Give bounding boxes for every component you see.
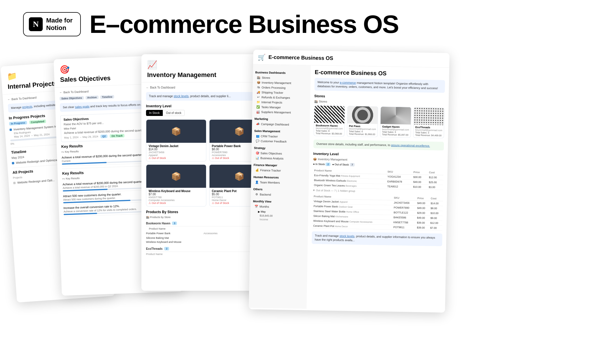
store-card-bookworm: Bookworm Haven beyonmail@gumroad.com Tot… — [314, 105, 345, 137]
store-rev-petpaws: Total Revenue: $1,866.00 — [349, 133, 376, 136]
cell-cost: $10.00 — [429, 211, 443, 216]
nav-strategy-title: Strategy — [254, 146, 307, 150]
store-img-eco — [414, 107, 444, 125]
main-title: E–commerce Business OS — [89, 12, 399, 37]
store-product-name-1: Portable Power Bank — [146, 232, 171, 235]
product-stock-3: ⚠ Out of Stock — [149, 202, 204, 204]
tab-sales-obj[interactable]: Sales Objectives — [59, 96, 84, 100]
completed-badge: Completed — [29, 119, 46, 124]
nav-sales-title: Sales Management — [254, 129, 307, 133]
panel4-icon: 🛒 — [258, 54, 265, 61]
col-sku: SKU — [386, 169, 412, 175]
nav-analysis[interactable]: 📊Business Analysis — [254, 155, 307, 161]
tab-out-of-stock[interactable]: Out of stock — [163, 110, 184, 116]
panel3-title: Inventory Management — [147, 71, 268, 79]
cell-cost: $7.00 — [429, 225, 443, 230]
inv-out-stock-table: Product Name SKU Price Cost Vintage Deni… — [312, 194, 443, 231]
nav-campaign[interactable]: 📣Campaign Dashboard — [254, 121, 307, 127]
tab-archive[interactable]: Archive — [85, 95, 98, 100]
cell-name: Ceramic Plant Pot Home Decor — [312, 223, 392, 230]
store-grid: Bookworm Haven beyonmail@gumroad.com Tot… — [314, 105, 445, 138]
store-ecothreads-count: 2 — [164, 247, 169, 250]
product-img-3: 📦 — [146, 165, 206, 188]
store-card-gadget: Gadget Haven beyonmail@gumroad.com Total… — [380, 106, 412, 138]
may-income: Income — [253, 217, 306, 222]
p4-page-title: E-commerce Business OS — [315, 69, 445, 78]
cell-cost: $14.00 — [429, 201, 443, 206]
inv-tabs: In Stock Out of stock — [146, 110, 270, 116]
nav-bd-title: Business Dashboards — [255, 71, 308, 75]
product-price-3: $7.00 — [149, 193, 204, 196]
nav-finance-title: Finance Manager — [254, 163, 307, 167]
store-img-petpaws — [347, 106, 378, 124]
header: N Made for Notion E–commerce Business OS — [0, 0, 591, 46]
panel3-info: Track and manage stock levels, product d… — [146, 92, 270, 101]
product-cat-3: Computer Accessories — [149, 199, 204, 202]
product-card-1: 📦 Vintage Denim Jacket $14.00 JACKET3456… — [146, 119, 206, 162]
cell-price: $29.00 — [416, 211, 429, 216]
store-rev-eco: Total Revenue: $4,469.00 — [415, 134, 442, 137]
store-product-cat-1: Accessories — [203, 232, 218, 235]
panel4-title: E-commerce Business OS — [268, 54, 333, 61]
cell-price: $49.00 — [416, 206, 430, 211]
panel3-back-link[interactable]: Back To Dashboard — [146, 86, 270, 89]
nav-hr-title: Human Resources — [253, 175, 306, 179]
made-for-notion-label: Made for Notion — [46, 17, 73, 32]
panel-ecommerce-os: 🛒 E-commerce Business OS Business Dashbo… — [249, 50, 450, 313]
cell-price: $49.00 — [416, 215, 429, 221]
notion-logo-icon: N — [29, 17, 43, 31]
cell-cost: $25.00 — [428, 180, 443, 185]
kr-progress-4 — [64, 213, 97, 215]
cell-sku: KMSET7788 — [392, 220, 416, 225]
nav-backend[interactable]: ⚙Backend — [253, 192, 306, 198]
inv-in-stock-table: Product Name SKU Price Cost Eco-Friendly… — [313, 168, 444, 190]
product-img-1: 📦 — [146, 120, 206, 143]
all-project-name: Website Redesign and Opti... — [17, 179, 55, 184]
inv-level-title: Inventory Level — [146, 104, 270, 108]
product-price-1: $14.00 — [149, 148, 204, 151]
cell-cost: $12.00 — [428, 175, 443, 180]
nav-team[interactable]: 👤Team Members — [253, 180, 306, 185]
cell-sku: BAKE5586 — [392, 215, 416, 220]
store-bookworm-count: 3 — [172, 222, 177, 225]
cell-sku: TEA8012 — [386, 184, 412, 189]
cell-sku: JACKET3456 — [392, 200, 416, 205]
product-sku-3: KMS5T788 — [149, 196, 204, 199]
nav-others-title: Others — [253, 187, 306, 192]
nav-monthly-title: Monthly View — [253, 200, 306, 204]
p4-main-content: E-commerce Business OS Welcome to your e… — [306, 65, 449, 311]
nav-suppliers[interactable]: 🏭Suppliers Management — [255, 109, 308, 115]
store-img-bookworm — [314, 106, 345, 123]
cell-sku: YOGA1234 — [386, 174, 412, 180]
product-stock-1: ⚠ Out of Stock — [149, 157, 204, 160]
col-price-2: Price — [416, 196, 430, 201]
track-desc: Track and manage stock levels, product d… — [312, 231, 442, 246]
cell-sku: POWER7890 — [392, 205, 416, 210]
cell-cost: $12.00 — [429, 220, 443, 226]
panel3-icon: 📈 — [147, 60, 268, 70]
nav-feedback[interactable]: 💬Customer Feedback — [254, 138, 307, 144]
p4-welcome: Welcome to your e-commerce management No… — [314, 78, 445, 93]
product-cat-1: Apparel — [149, 154, 204, 157]
nav-mkt-title: Marketing — [255, 117, 308, 121]
stores-db-label: 🏬Stores — [314, 100, 445, 105]
product-card-3: 📦 Wireless Keyboard and Mouse $7.00 KMS5… — [146, 164, 206, 207]
store-product-name-3: Wireless Keyboard and Mouse — [146, 241, 182, 243]
cell-cost: $9.00 — [429, 215, 443, 221]
col-cost: Cost — [428, 170, 443, 175]
nav-finance[interactable]: 💰Finance Tracker — [253, 168, 306, 173]
cell-sku: POT9811 — [392, 225, 416, 230]
cell-price: $10.00 — [412, 184, 428, 189]
col-price: Price — [412, 170, 428, 175]
tab-in-stock[interactable]: In Stock — [146, 110, 163, 116]
store-desc: Oversee store details, including staff, … — [313, 140, 444, 151]
inv-link-label[interactable]: 📦Inventory Management — [313, 157, 444, 163]
obj-status: On Track — [110, 134, 124, 138]
obj-date: May 1, 2024 → May 29, 2024 — [64, 135, 98, 139]
p4-sidebar: Business Dashboards 🏬Stores 📦Inventory M… — [249, 64, 311, 309]
store-ecothreads-name: EcoThreads — [146, 247, 162, 250]
store-rev-gadget: Total Revenue: $5,097.00 — [382, 133, 409, 136]
cell-price: $39.00 — [416, 220, 429, 226]
inv-section-label: Inventory Level — [313, 152, 444, 158]
tab-timeline[interactable]: Timeline — [100, 95, 114, 99]
